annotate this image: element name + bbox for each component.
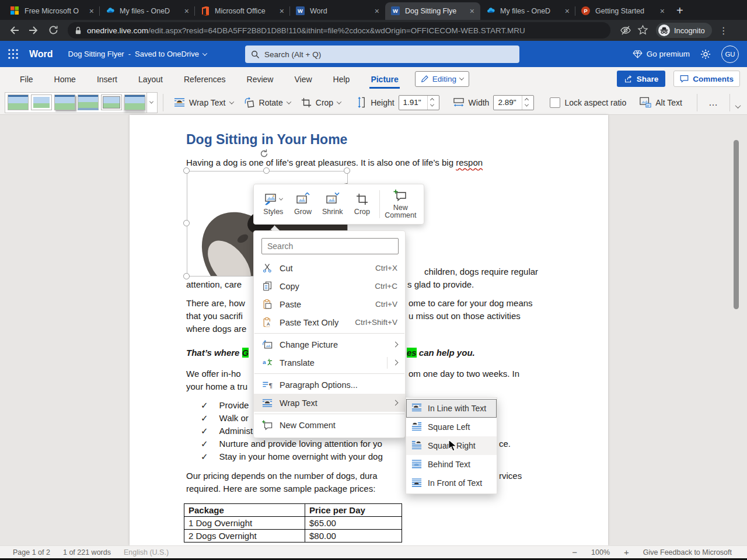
more-commands-button[interactable]: … [708,97,718,108]
doc-text-fragment[interactable]: There are, how [186,298,245,308]
misspelled-word[interactable]: respon [456,158,483,167]
menu-item-new-comment[interactable]: New Comment [254,416,405,434]
pricing-table[interactable]: Package Price per Day 1 Dog Overnight $6… [184,503,402,542]
editing-mode-button[interactable]: Editing [415,71,469,87]
spin-up-icon[interactable] [430,97,434,102]
doc-text-fragment[interactable]: ce. [499,439,511,449]
zoom-in-button[interactable]: + [624,547,629,557]
table-cell[interactable]: $65.00 [305,517,402,530]
width-stepper[interactable] [493,95,534,110]
table-header-cell[interactable]: Price per Day [305,504,402,517]
browser-menu-icon[interactable]: ⋮ [719,25,728,36]
menu-item-paste[interactable]: Paste Ctrl+V [254,295,405,313]
close-icon[interactable]: × [467,6,477,16]
doc-text-fragment[interactable]: u miss out on those activities [409,311,521,321]
menu-item-cut[interactable]: Cut Ctrl+X [254,259,405,277]
reload-icon[interactable] [48,24,60,36]
table-cell[interactable]: 1 Dog Overnight [184,517,305,530]
close-icon[interactable]: × [277,6,287,16]
crop-button[interactable]: Crop [347,193,377,216]
picture-style-thumbnail[interactable] [78,94,99,110]
doc-callout-right[interactable]: es can help you. [407,348,475,358]
browser-tab-active[interactable]: W Dog Sitting Flye × [385,2,480,20]
menu-item-translate[interactable]: a Translate [254,354,405,372]
vertical-scrollbar[interactable] [734,140,739,309]
spin-down-icon[interactable] [525,102,529,106]
browser-tab[interactable]: My files - OneD × [480,2,575,20]
selection-handle-top-left[interactable] [183,167,190,174]
doc-text-fragment[interactable]: We offer in-ho [186,369,241,379]
save-status[interactable]: Saved to OneDrive [135,50,199,58]
menu-item-paragraph-options[interactable]: ¶ Paragraph Options... [254,376,405,394]
doc-text-fragment[interactable]: where dogs are [186,324,246,334]
selection-handle-middle-left[interactable] [183,220,190,226]
selection-handle-top-right[interactable] [344,167,350,174]
alt-text-button[interactable]: Alt Text [640,97,682,108]
close-icon[interactable]: × [182,6,191,16]
menu-item-change-picture[interactable]: Change Picture [254,335,405,354]
bookmark-star-icon[interactable] [637,24,649,36]
doc-text-fragment[interactable]: that you sacrifi [186,311,243,321]
height-stepper[interactable] [399,95,439,110]
submenu-item-in-line-with-text[interactable]: In Line with Text [406,399,497,418]
spin-up-icon[interactable] [525,97,529,102]
rotation-handle[interactable] [259,149,269,161]
close-icon[interactable]: × [658,6,667,16]
doc-text-fragment[interactable]: required. Here are some sample package p… [186,484,375,494]
new-tab-button[interactable]: + [676,4,683,18]
grow-button[interactable]: Grow [288,192,318,216]
doc-text-fragment[interactable]: Our pricing depends on the number of dog… [186,471,378,481]
width-input[interactable] [494,98,522,107]
lock-aspect-ratio-checkbox[interactable] [550,97,560,108]
document-title-bar[interactable]: Dog Sitting Flyer - Saved to OneDrive [68,50,207,58]
comments-button[interactable]: Comments [673,71,740,87]
context-search-input[interactable] [262,242,385,251]
app-name[interactable]: Word [29,49,53,60]
rotate-dropdown[interactable]: Rotate [244,97,291,108]
gallery-dropdown-arrow[interactable] [146,93,156,113]
selection-handle-top-center[interactable] [263,167,270,174]
table-cell[interactable]: $80.00 [305,530,402,542]
table-row[interactable]: 1 Dog Overnight $65.00 [184,517,402,530]
bullet-item[interactable]: ✓Stay in your home overnight with your d… [201,452,383,462]
collapse-ribbon-icon[interactable] [735,103,741,108]
tab-insert[interactable]: Insert [96,69,118,89]
browser-tab[interactable]: P Getting Started × [575,2,671,20]
tab-file[interactable]: File [19,69,34,89]
zoom-out-button[interactable]: − [572,547,577,557]
doc-callout-left[interactable]: That’s where G [186,348,249,358]
bullet-item[interactable]: ✓Administ [201,426,253,436]
table-cell[interactable]: 2 Dogs Overnight [184,530,305,542]
selection-handle-bottom-left[interactable] [183,273,190,279]
submenu-item-in-front-of-text[interactable]: In Front of Text [406,474,497,492]
url-bar[interactable]: onedrive.live.com/edit.aspx?resid=64DBA5… [68,22,610,38]
doc-paragraph[interactable]: Having a dog is one of life’s great plea… [186,158,483,167]
chevron-down-icon[interactable] [203,51,207,55]
doc-text-fragment[interactable]: rvices [499,471,522,481]
shrink-button[interactable]: Shrink [317,192,347,216]
language-indicator[interactable]: English (U.S.) [124,548,169,556]
crop-dropdown[interactable]: Crop [301,97,341,108]
bullet-item[interactable]: ✓Walk or [201,413,249,424]
doc-text-fragment[interactable]: ome to care for your dog means [409,298,533,308]
app-launcher-icon[interactable] [8,48,19,60]
bullet-item[interactable]: ✓Provide [201,400,249,411]
table-header-cell[interactable]: Package [184,504,305,517]
spin-down-icon[interactable] [430,102,434,106]
submenu-item-behind-text[interactable]: Behind Text [406,455,497,474]
height-input[interactable] [399,98,427,107]
doc-text-fragment[interactable]: s glad to provide. [407,279,474,289]
height-spin-buttons[interactable] [427,96,437,110]
close-icon[interactable]: × [372,6,382,16]
settings-gear-icon[interactable] [700,49,711,60]
picture-style-thumbnail[interactable] [54,94,75,110]
table-row[interactable]: 2 Dogs Overnight $80.00 [184,530,402,542]
feedback-link[interactable]: Give Feedback to Microsoft [643,548,732,556]
document-heading[interactable]: Dog Sitting in Your Home [186,132,347,148]
new-comment-button[interactable]: New Comment [382,189,419,219]
menu-item-copy[interactable]: Copy Ctrl+C [254,277,405,295]
doc-text-fragment[interactable]: your home a tru [186,382,247,391]
context-menu-search[interactable] [261,238,399,254]
bullet-item[interactable]: ✓Nurture and provide loving attention fo… [201,439,382,449]
styles-button[interactable]: Styles [259,192,288,216]
